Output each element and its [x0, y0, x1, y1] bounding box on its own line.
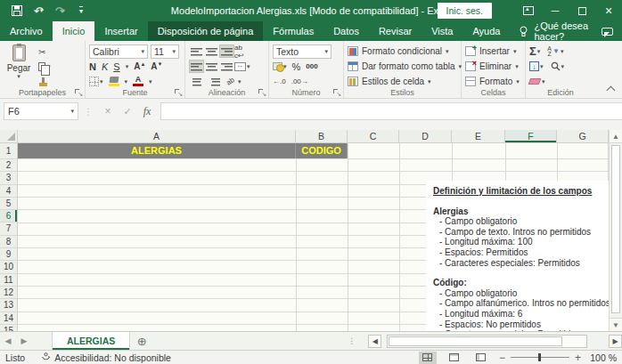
previous-sheet-button[interactable]: ◀ [0, 332, 16, 350]
sign-in-button[interactable]: Inic. ses. [438, 3, 492, 19]
formula-input[interactable] [160, 102, 622, 120]
vertical-scrollbar-thumb[interactable] [611, 145, 620, 313]
ribbon-display-options-button[interactable] [515, 0, 542, 21]
select-all-corner[interactable] [0, 130, 18, 143]
save-button[interactable] [7, 2, 27, 20]
alignment-dialog-launcher[interactable] [258, 89, 266, 96]
cut-button[interactable]: ✂ [37, 44, 53, 59]
merge-center-button[interactable]: ▾ [234, 62, 250, 71]
font-size-select[interactable]: 11▾ [151, 44, 179, 59]
row-header-1[interactable]: 1 [0, 143, 17, 159]
redo-button[interactable]: ↷▾ [50, 2, 70, 20]
undo-dropdown-icon[interactable]: ▾ [40, 7, 44, 14]
scroll-right-button[interactable]: ▶ [609, 335, 622, 348]
increase-font-button[interactable]: A▲ [134, 61, 145, 71]
font-color-button[interactable]: A [132, 77, 144, 86]
sheet-tab-alergias[interactable]: ALERGIAS [52, 332, 130, 350]
new-sheet-button[interactable]: ⊕ [130, 332, 153, 350]
paste-button[interactable]: Pegar ▾ [4, 44, 34, 89]
font-name-select[interactable]: Calibri▾ [89, 44, 148, 59]
autosum-button[interactable]: Σ▾ [529, 46, 540, 57]
decrease-indent-button[interactable] [189, 75, 204, 88]
collapse-ribbon-button[interactable] [607, 85, 615, 93]
row-header-15[interactable]: 15 [0, 325, 17, 331]
row-header-13[interactable]: 13 [0, 299, 17, 311]
format-painter-button[interactable] [37, 75, 53, 89]
zoom-out-button[interactable]: − [499, 353, 505, 362]
cell-b1[interactable]: CODIGO [296, 143, 348, 158]
format-cells-button[interactable]: Formato [479, 77, 512, 86]
customize-qat-button[interactable]: ▾ [71, 2, 91, 20]
column-header-e[interactable]: E [452, 130, 505, 142]
paste-dropdown-icon[interactable]: ▾ [17, 73, 20, 80]
definition-textbox[interactable]: Definición y limitación de los campos Al… [426, 181, 618, 338]
cell-a1[interactable]: ALERGIAS [18, 143, 296, 158]
copy-button[interactable]: ▾ [37, 60, 53, 74]
tab-vista[interactable]: Vista [421, 21, 462, 41]
tab-inicio[interactable]: Inicio [53, 21, 95, 41]
row-header-5[interactable]: 5 [0, 198, 17, 210]
align-left-button[interactable] [189, 60, 204, 73]
number-dialog-launcher[interactable] [333, 89, 340, 96]
feedback-button[interactable] [602, 21, 613, 41]
tab-datos[interactable]: Datos [323, 21, 369, 41]
clear-dropdown-icon[interactable]: ▾ [542, 78, 545, 85]
zoom-slider-thumb[interactable] [538, 353, 541, 361]
tab-archivo[interactable]: Archivo [0, 21, 53, 41]
scroll-left-button[interactable]: ◀ [368, 335, 381, 348]
align-bottom-button[interactable] [219, 44, 234, 58]
next-sheet-button[interactable]: ▶ [16, 332, 32, 350]
accessibility-status[interactable]: Accesibilidad: No disponible [41, 352, 171, 363]
underline-button[interactable]: S [113, 61, 119, 72]
format-as-table-button[interactable]: Dar formato como tabla [362, 61, 455, 71]
fill-color-button[interactable] [108, 77, 120, 86]
row-header-8[interactable]: 8 [0, 236, 17, 248]
percent-style-button[interactable]: % [292, 61, 301, 72]
formula-bar-splitter[interactable]: ⋮ [78, 107, 98, 117]
row-header-7[interactable]: 7 [0, 222, 17, 235]
cells-area[interactable]: ALERGIAS CODIGO Definición y limitación … [18, 143, 609, 331]
tab-scroll-splitter[interactable]: ⋮ [348, 332, 356, 350]
font-dialog-launcher[interactable] [175, 89, 182, 96]
maximize-button[interactable] [569, 0, 595, 21]
column-header-f[interactable]: F [505, 130, 557, 142]
conditional-formatting-button[interactable]: Formato condicional [362, 46, 442, 56]
bold-button[interactable]: N [89, 61, 96, 72]
wrap-text-button[interactable]: abc↩ [234, 44, 244, 60]
vertical-scrollbar[interactable]: ▲ ▼ [609, 130, 622, 331]
tab-revisar[interactable]: Revisar [369, 21, 421, 41]
fill-button[interactable]: ↓▾ [529, 61, 544, 71]
align-top-button[interactable] [189, 44, 204, 58]
align-middle-button[interactable] [204, 44, 219, 58]
undo-button[interactable]: ↶▾ [29, 2, 48, 20]
cancel-button[interactable]: × [98, 105, 118, 117]
comma-style-button[interactable]: 000 [306, 62, 317, 70]
name-box-dropdown-icon[interactable]: ▾ [70, 108, 74, 115]
page-layout-view-button[interactable] [446, 352, 463, 364]
underline-dropdown-icon[interactable]: ▾ [126, 63, 129, 70]
name-box[interactable]: F6▾ [4, 102, 78, 120]
borders-button[interactable]: ▾ [89, 77, 103, 86]
horizontal-scrollbar-thumb[interactable] [389, 336, 562, 346]
row-header-6[interactable]: 6 [0, 210, 17, 222]
increase-decimal-button[interactable]: ←.0 [273, 77, 286, 85]
decrease-decimal-button[interactable]: .00→ [291, 77, 308, 85]
tab-insertar[interactable]: Insertar [94, 21, 147, 41]
row-header-10[interactable]: 10 [0, 261, 17, 273]
orientation-button[interactable]: ab [225, 76, 235, 86]
insert-cells-button[interactable]: Insertar [479, 46, 510, 56]
clear-button[interactable] [528, 78, 542, 85]
zoom-in-button[interactable]: + [575, 353, 581, 362]
horizontal-scrollbar[interactable] [387, 335, 587, 348]
increase-indent-button[interactable] [208, 75, 223, 88]
row-header-2[interactable]: 2 [0, 159, 17, 172]
column-header-c[interactable]: C [348, 130, 399, 142]
column-header-a[interactable]: A [18, 130, 296, 142]
row-header-4[interactable]: 4 [0, 185, 17, 198]
normal-view-button[interactable] [419, 352, 437, 364]
zoom-level[interactable]: 100 % [586, 352, 617, 363]
delete-cells-button[interactable]: Eliminar [479, 61, 512, 71]
insert-function-button[interactable]: fx [137, 105, 157, 118]
row-header-14[interactable]: 14 [0, 312, 17, 325]
tab-disposicion-de-pagina[interactable]: Disposición de página [148, 21, 264, 41]
